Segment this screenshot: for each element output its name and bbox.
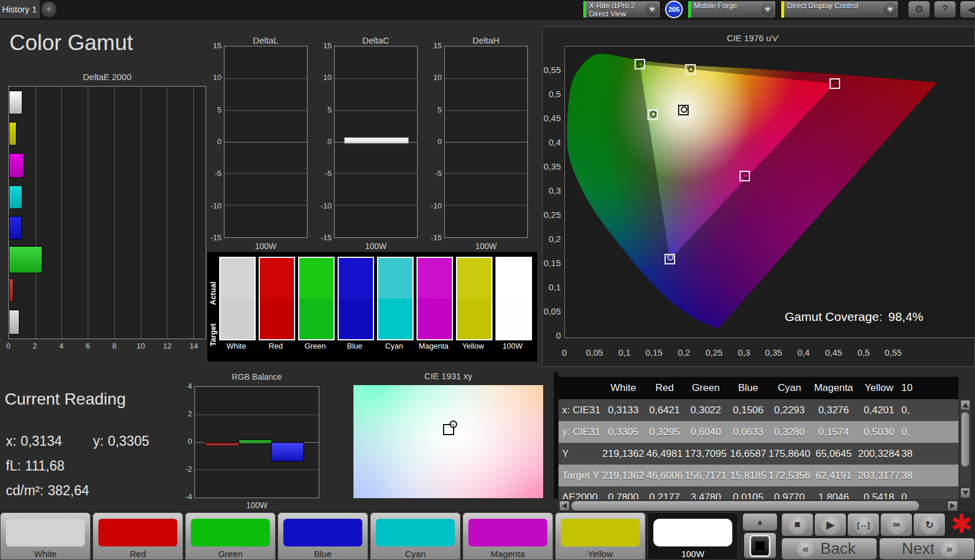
refresh-button[interactable]: ↻ <box>913 513 946 536</box>
rgb-bar-green <box>239 439 272 444</box>
deltae-bar-gray <box>9 310 19 334</box>
table-gutter <box>554 372 558 499</box>
table-horizontal-scrollbar[interactable] <box>558 500 959 512</box>
deltae-bar-red <box>9 279 14 302</box>
pattern-window-toggle-button[interactable] <box>743 532 776 559</box>
stop-button[interactable]: ■ <box>781 513 814 536</box>
pattern-patch <box>191 519 270 546</box>
add-tab-button[interactable]: + <box>41 2 57 17</box>
next-label: Next <box>902 540 935 558</box>
deltae-x-tick: 2 <box>29 342 41 350</box>
cie-x-tick: 0,15 <box>640 347 668 357</box>
rgb-balance-chart <box>194 386 319 498</box>
reading-y: y:0,3305 <box>93 433 149 449</box>
cie-y-tick: 0,45 <box>521 113 561 123</box>
swatch-label: Green <box>295 342 336 350</box>
back-label: Back <box>820 540 855 558</box>
rgb-y-tick: 2 <box>176 409 192 418</box>
table-row: y: CIE31 0,33050,3295 0,60400,0633 0,328… <box>558 421 959 443</box>
swatch-label: Blue <box>334 342 375 350</box>
pattern-button-red[interactable]: Red <box>92 512 183 560</box>
meter-count-badge[interactable]: 205 <box>665 1 683 18</box>
deltae-bar-white <box>9 91 22 114</box>
device-name: Direct Display Control <box>787 2 858 10</box>
next-button[interactable]: Next » <box>879 538 975 560</box>
page-title: Color Gamut <box>9 31 133 55</box>
plus-icon: + <box>46 4 51 15</box>
pattern-bar: White Red Green Blue Cyan Magenta Yellow <box>0 511 975 560</box>
y-tick: -15 <box>424 233 442 242</box>
pattern-button-green[interactable]: Green <box>185 512 276 560</box>
scroll-thumb[interactable] <box>571 501 919 511</box>
table-vertical-scrollbar[interactable] <box>960 399 971 499</box>
deltac-title: DeltaC <box>334 35 418 45</box>
help-button[interactable]: ? <box>934 1 956 18</box>
deltae-bar-cyan <box>9 185 22 209</box>
arrow-up-icon: ▲ <box>756 518 764 526</box>
y-tick: -10 <box>424 201 442 210</box>
table-row: x: CIE31 0,31330,6421 0,30220,1506 0,229… <box>558 399 959 421</box>
cie-y-tick: 0,2 <box>521 234 561 244</box>
loop-button[interactable]: ∞ <box>880 513 913 536</box>
cie-y-tick: 0,5 <box>521 89 561 99</box>
gear-icon: ⚙ <box>914 4 923 16</box>
step-button[interactable]: [↔] <box>847 513 880 536</box>
col-header-100w: 10 <box>901 382 959 394</box>
play-button[interactable]: ▶ <box>814 513 847 536</box>
refresh-icon: ↻ <box>925 519 933 531</box>
scroll-left-button[interactable] <box>559 501 570 511</box>
table-partial-row-clip: ΔE2000 0,78000,2177 3,47800,0105 0,97701… <box>558 486 959 499</box>
rgb-y-tick: -4 <box>176 492 192 501</box>
y-tick: -5 <box>204 169 222 178</box>
cie-y-tick: 0,25 <box>521 210 561 220</box>
scroll-up-button[interactable] <box>960 400 970 410</box>
chevron-down-icon <box>765 8 771 12</box>
y-tick: 5 <box>314 105 332 114</box>
meter-dropdown-arrow[interactable] <box>645 1 660 18</box>
rgb-bar-blue <box>271 442 304 462</box>
pattern-patch <box>653 519 732 546</box>
deltac-chart <box>334 46 418 238</box>
scroll-thumb[interactable] <box>961 412 969 466</box>
pattern-button-yellow[interactable]: Yellow <box>555 512 646 560</box>
source-dropdown-arrow[interactable] <box>760 1 775 18</box>
cie-x-tick: 0,2 <box>670 347 698 357</box>
pattern-list-up-button[interactable]: ▲ <box>742 513 778 531</box>
swatch-green <box>298 257 335 340</box>
device-dropdown-arrow[interactable] <box>883 1 898 18</box>
pattern-patch <box>561 519 640 546</box>
chevrons-right-icon: » <box>940 540 958 558</box>
device-dropdown[interactable]: Direct Display Control <box>781 1 898 18</box>
pattern-button-blue[interactable]: Blue <box>277 512 368 560</box>
cie-y-tick: 0,55 <box>521 65 561 75</box>
pattern-button-magenta[interactable]: Magenta <box>462 512 553 560</box>
deltae-x-tick: 4 <box>55 342 67 350</box>
source-name: Mobile Forge <box>694 2 737 10</box>
alert-asterisk-icon[interactable]: ✱ <box>947 510 975 538</box>
swatch-cyan <box>377 257 414 340</box>
source-dropdown[interactable]: Mobile Forge <box>688 1 776 18</box>
scroll-down-button[interactable] <box>960 488 970 498</box>
meter-name: X-Rite i1Pro 2 <box>589 2 635 10</box>
tab-history-1[interactable]: History 1 <box>0 0 39 18</box>
pattern-button-100w[interactable]: 100W <box>647 512 738 560</box>
col-header-cyan: Cyan <box>768 382 811 394</box>
meter-dropdown[interactable]: X-Rite i1Pro 2Direct View <box>583 1 660 18</box>
swatch-label: Cyan <box>374 342 415 350</box>
cie-y-tick: 0,35 <box>521 161 561 171</box>
rgb-x-label: 100W <box>194 501 319 510</box>
back-button[interactable]: « Back <box>781 538 877 560</box>
y-tick: 0 <box>424 137 442 146</box>
deltae-bar-magenta <box>9 153 24 178</box>
pattern-button-cyan[interactable]: Cyan <box>370 512 461 560</box>
deltah-x-label: 100W <box>444 241 528 251</box>
table-row: Y 219,136246,4981 173,709516,6587 175,86… <box>558 443 959 465</box>
collapse-panel-button[interactable]: ◀ <box>960 1 975 18</box>
cie-y-tick: 0,3 <box>521 185 561 195</box>
cie-x-tick: 0,5 <box>850 347 878 357</box>
settings-button[interactable]: ⚙ <box>908 1 930 18</box>
pattern-button-white[interactable]: White <box>0 512 91 560</box>
deltae-bar-yellow <box>9 122 16 145</box>
actual-row-label: Actual <box>209 281 217 305</box>
y-tick: -10 <box>204 201 222 210</box>
